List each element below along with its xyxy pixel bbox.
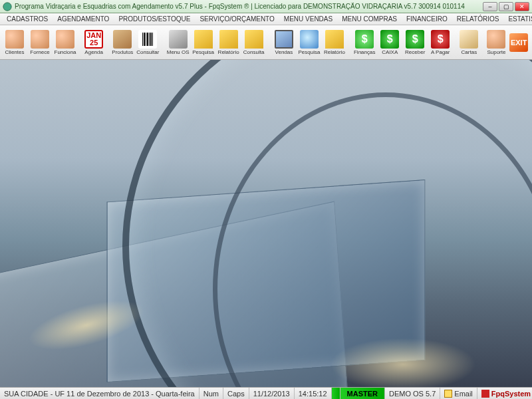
tb-receber[interactable]: $Receber [403, 27, 427, 58]
search-icon [300, 30, 319, 49]
clipboard-icon [169, 30, 188, 49]
tb-apagar[interactable]: $A Pagar [428, 27, 452, 58]
folder-icon [245, 30, 263, 49]
statusbar: SUA CIDADE - UF 11 de Dezembro de 2013 -… [0, 387, 532, 399]
menu-compras[interactable]: MENU COMPRAS [338, 15, 401, 23]
box-icon [113, 30, 132, 49]
minimize-button[interactable]: – [483, 2, 497, 11]
menu-cadastros[interactable]: CADASTROS [3, 15, 52, 23]
window-titlebar: Programa Vidraçaria e Esquadrias com Age… [0, 0, 532, 13]
sb-num: Num [200, 388, 223, 399]
exit-icon: EXIT [509, 33, 528, 52]
reflection [330, 338, 476, 387]
money-icon: $ [355, 30, 374, 49]
tb-consulta[interactable]: Consulta [242, 27, 266, 58]
folder-search-icon [194, 30, 213, 49]
menu-agendamento[interactable]: AGENDAMENTO [53, 15, 113, 23]
receive-icon: $ [406, 30, 424, 49]
tb-pesquisa[interactable]: Pesquisa [192, 27, 215, 58]
tb-menuos[interactable]: Menu OS [166, 27, 190, 58]
letter-icon [460, 30, 478, 49]
window-controls: – ▢ ✕ [483, 2, 529, 11]
tb-suporte[interactable]: Suporte [486, 27, 507, 58]
tb-fornece[interactable]: Fornece [28, 27, 52, 58]
tb-cartas[interactable]: Cartas [459, 27, 480, 58]
menu-servico[interactable]: SERVIÇO/ORÇAMENTO [196, 15, 278, 23]
tb-exit[interactable]: EXIT [508, 27, 529, 58]
pay-icon: $ [431, 30, 450, 49]
sb-caps: Caps [223, 388, 249, 399]
cash-icon: $ [380, 30, 399, 49]
barcode-icon [138, 30, 157, 49]
sb-user: MASTER [340, 388, 385, 399]
maximize-button[interactable]: ▢ [499, 2, 513, 11]
folder-report-icon [219, 30, 238, 49]
folder-report-icon [325, 30, 344, 49]
sb-date: 11/12/2013 [249, 388, 295, 399]
window-title: Programa Vidraçaria e Esquadrias com Age… [15, 3, 483, 10]
sb-email[interactable]: Email [440, 388, 477, 399]
tb-financas[interactable]: $Finanças [352, 27, 376, 58]
sb-location: SUA CIDADE - UF 11 de Dezembro de 2013 -… [0, 388, 200, 399]
tb-clientes[interactable]: Clientes [3, 27, 27, 58]
tb-produtos[interactable]: Produtos [110, 27, 134, 58]
mail-icon [444, 390, 452, 398]
sb-time: 14:15:12 [295, 388, 332, 399]
app-icon [3, 2, 12, 11]
tb-consultar[interactable]: Consultar [136, 27, 160, 58]
menu-financeiro[interactable]: FINANCEIRO [402, 15, 452, 23]
svg-point-0 [3, 2, 11, 10]
menu-estatistica[interactable]: ESTATISTICA [504, 15, 532, 23]
workspace-background [0, 60, 532, 387]
tb-agenda[interactable]: JAN25Agenda [83, 27, 104, 58]
support-icon [487, 30, 505, 49]
menu-produtos[interactable]: PRODUTOS/ESTOQUE [114, 15, 194, 23]
menubar: CADASTROS AGENDAMENTO PRODUTOS/ESTOQUE S… [0, 13, 532, 25]
menu-vendas[interactable]: MENU VENDAS [280, 15, 336, 23]
svg-rect-1 [481, 390, 489, 398]
tb-caixa[interactable]: $CAIXA [378, 27, 402, 58]
sb-brand[interactable]: FpqSystem [477, 388, 532, 399]
tb-relatorio[interactable]: Relatório [217, 27, 241, 58]
people-icon [5, 30, 24, 49]
close-button[interactable]: ✕ [515, 2, 529, 11]
tb-funciona[interactable]: Funciona [53, 27, 77, 58]
menu-relatorios[interactable]: RELATÓRIOS [453, 15, 503, 23]
calendar-icon: JAN25 [84, 30, 103, 49]
toolbar: Clientes Fornece Funciona JAN25Agenda Pr… [0, 25, 532, 60]
tb-relatorio2[interactable]: Relatório [323, 27, 346, 58]
brand-icon [481, 390, 489, 398]
people-icon [31, 30, 49, 49]
sb-progress [332, 388, 340, 399]
sb-version: DEMO OS 5.7 [385, 388, 440, 399]
tb-vendas[interactable]: Vendas [272, 27, 296, 58]
people-icon [56, 30, 74, 49]
tb-pesquisa2[interactable]: Pesquisa [297, 27, 321, 58]
monitor-icon [275, 30, 293, 49]
